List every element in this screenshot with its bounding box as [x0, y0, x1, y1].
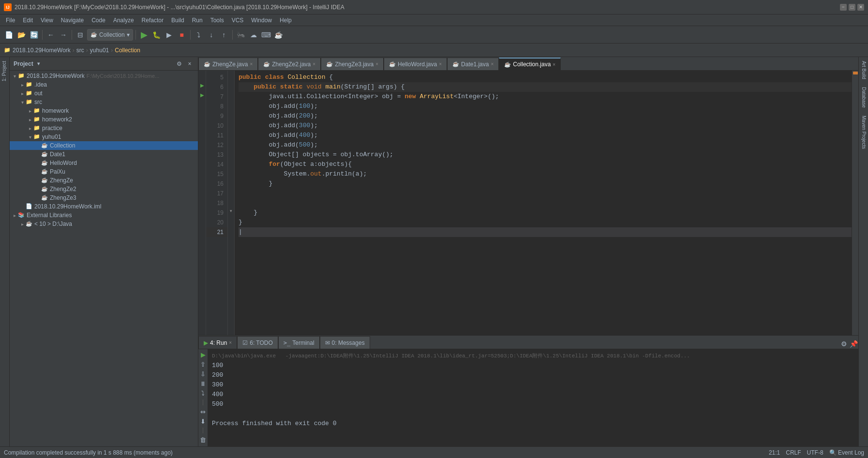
- menu-analyze[interactable]: Analyze: [109, 16, 138, 25]
- menu-build[interactable]: Build: [167, 16, 188, 25]
- fold-19[interactable]: ▾: [228, 206, 234, 216]
- sync-btn[interactable]: 🔄: [28, 29, 40, 41]
- minimize-button[interactable]: −: [840, 4, 847, 11]
- tree-yuhu01[interactable]: ▾ 📁 yuhu01: [10, 133, 198, 141]
- menu-refactor[interactable]: Refactor: [138, 16, 167, 25]
- tab-date1-close[interactable]: ×: [491, 61, 494, 67]
- tab-zhengze3[interactable]: ☕ ZhengZe3.java ×: [321, 58, 384, 70]
- linenum-17: 17: [206, 189, 227, 198]
- clear-output-btn[interactable]: 🗑: [199, 435, 208, 444]
- bottom-tab-terminal[interactable]: >_ Terminal: [278, 336, 320, 349]
- gutter-run-6[interactable]: ▶: [198, 90, 206, 100]
- tree-date1[interactable]: ☕ Date1: [10, 150, 198, 159]
- run-with-coverage-btn[interactable]: ▶: [164, 29, 175, 41]
- stop-btn[interactable]: ■: [176, 29, 188, 41]
- menu-help[interactable]: Help: [276, 16, 296, 25]
- tree-homework2[interactable]: ▸ 📁 homework2: [10, 115, 198, 124]
- tree-zhengze[interactable]: ☕ ZhengZe: [10, 176, 198, 185]
- menu-vcs[interactable]: VCS: [228, 16, 248, 25]
- menu-navigate[interactable]: Navigate: [57, 16, 88, 25]
- tab-zhengze3-close[interactable]: ×: [375, 61, 378, 67]
- tab-zhengze2[interactable]: ☕ ZhengZe2.java ×: [258, 58, 321, 70]
- bottom-tab-run[interactable]: ▶ 4: Run ×: [198, 336, 237, 349]
- menu-code[interactable]: Code: [88, 16, 109, 25]
- tree-ext-libs[interactable]: ▸ 📚 External Libraries: [10, 211, 198, 220]
- close-button[interactable]: ✕: [857, 4, 864, 11]
- gutter-run-5[interactable]: ▶: [198, 80, 206, 90]
- tree-zhengze3[interactable]: ☕ ZhengZe3: [10, 193, 198, 202]
- soft-wrap-btn[interactable]: ⇔: [199, 407, 208, 416]
- step-over-btn[interactable]: ⤵: [193, 29, 205, 41]
- step-into-btn[interactable]: ↓: [206, 29, 217, 41]
- tree-helloword[interactable]: ☕ HelloWord: [10, 159, 198, 167]
- step-btn[interactable]: ⤵: [199, 389, 208, 398]
- bottom-tab-messages[interactable]: ✉ 0: Messages: [320, 336, 370, 349]
- title-bar: IJ 2018.10.29HomeWork [F:\MyCode\2018.10…: [0, 0, 868, 15]
- tree-root[interactable]: ▾ 📁 2018.10.29HomeWork F:\MyCode\2018.10…: [10, 72, 198, 80]
- tree-paixu[interactable]: ☕ PaiXu: [10, 167, 198, 176]
- pause-btn[interactable]: ⏸: [199, 379, 208, 388]
- maximize-button[interactable]: □: [849, 4, 855, 11]
- tab-collection[interactable]: ☕ Collection.java ×: [499, 58, 561, 70]
- line-ending[interactable]: CRLF: [786, 449, 801, 456]
- right-database-label[interactable]: Database: [859, 83, 868, 112]
- breadcrumb-root[interactable]: 2018.10.29HomeWork: [13, 47, 71, 54]
- project-settings-btn[interactable]: ⚙: [175, 59, 183, 68]
- tab-helloword[interactable]: ☕ HelloWord.java ×: [384, 58, 447, 70]
- tree-collection[interactable]: ☕ Collection: [10, 141, 198, 150]
- scroll-down-btn[interactable]: ⇩: [199, 369, 208, 378]
- tree-zhengze2[interactable]: ☕ ZhengZe2: [10, 185, 198, 193]
- run-pin-btn[interactable]: 📌: [849, 339, 858, 349]
- event-log-link[interactable]: 🔍 Event Log: [829, 449, 864, 456]
- breadcrumb-collection[interactable]: Collection: [115, 47, 140, 54]
- new-project-btn[interactable]: 📄: [3, 29, 15, 41]
- run-button[interactable]: ▶: [138, 29, 150, 41]
- sidebar-project-label[interactable]: 1: Project: [0, 57, 9, 85]
- structure-btn[interactable]: ⊟: [75, 29, 86, 41]
- ant-build-btn[interactable]: 🐜: [235, 29, 247, 41]
- right-art-build-label[interactable]: Art Build: [859, 57, 868, 83]
- run-settings-btn[interactable]: ⚙: [839, 339, 849, 349]
- run-tab-close[interactable]: ×: [229, 340, 232, 345]
- run-config-dropdown[interactable]: ☕ Collection ▾: [87, 29, 133, 41]
- menu-window[interactable]: Window: [247, 16, 276, 25]
- step-out-btn[interactable]: ↑: [218, 29, 230, 41]
- forward-btn[interactable]: →: [58, 29, 69, 41]
- tab-collection-close[interactable]: ×: [553, 62, 555, 67]
- code-content[interactable]: public class Collection { public static …: [235, 71, 852, 335]
- bottom-tab-todo[interactable]: ☑ 6: TODO: [237, 336, 278, 349]
- tab-date1[interactable]: ☕ Date1.java ×: [447, 58, 499, 70]
- restart-btn[interactable]: ▶: [199, 350, 208, 359]
- tree-iml[interactable]: 📄 2018.10.29HomeWork.iml: [10, 202, 198, 211]
- tree-out[interactable]: ▸ 📁 out: [10, 89, 198, 98]
- vcs-update-btn[interactable]: ☁: [248, 29, 259, 41]
- tab-zhengze-close[interactable]: ×: [250, 61, 253, 67]
- open-btn[interactable]: 📂: [15, 29, 27, 41]
- menu-edit[interactable]: Edit: [19, 16, 37, 25]
- menu-tools[interactable]: Tools: [207, 16, 228, 25]
- menu-file[interactable]: File: [2, 16, 19, 25]
- scroll-up-btn[interactable]: ⇧: [199, 360, 208, 369]
- tree-src[interactable]: ▾ 📁 src: [10, 98, 198, 106]
- tree-practice[interactable]: ▸ 📁 practice: [10, 124, 198, 133]
- tree-jdk[interactable]: ▸ ☕ < 10 > D:\Java: [10, 220, 198, 228]
- back-btn[interactable]: ←: [45, 29, 57, 41]
- debug-button[interactable]: 🐛: [151, 29, 163, 41]
- sdk-manager-btn[interactable]: ☕: [273, 29, 284, 41]
- menu-run[interactable]: Run: [188, 16, 207, 25]
- breadcrumb-src[interactable]: src: [76, 47, 84, 54]
- tab-zhengze[interactable]: ☕ ZhengZe.java ×: [198, 58, 258, 70]
- encoding[interactable]: UTF-8: [807, 449, 823, 456]
- breadcrumb-yuhu01[interactable]: yuhu01: [90, 47, 109, 54]
- linenum-12: 12: [206, 140, 227, 150]
- menu-view[interactable]: View: [37, 16, 57, 25]
- tab-zhengze2-close[interactable]: ×: [313, 61, 315, 67]
- cursor-position[interactable]: 21:1: [769, 449, 780, 456]
- tree-idea[interactable]: ▸ 📁 .idea: [10, 80, 198, 89]
- right-maven-label[interactable]: Maven Projects: [859, 112, 868, 153]
- tree-homework[interactable]: ▸ 📁 homework: [10, 106, 198, 115]
- tab-helloword-close[interactable]: ×: [439, 61, 442, 67]
- terminal-btn[interactable]: ⌨: [260, 29, 272, 41]
- scroll-output-btn[interactable]: ⬇: [199, 417, 208, 426]
- project-close-btn[interactable]: ×: [185, 59, 194, 68]
